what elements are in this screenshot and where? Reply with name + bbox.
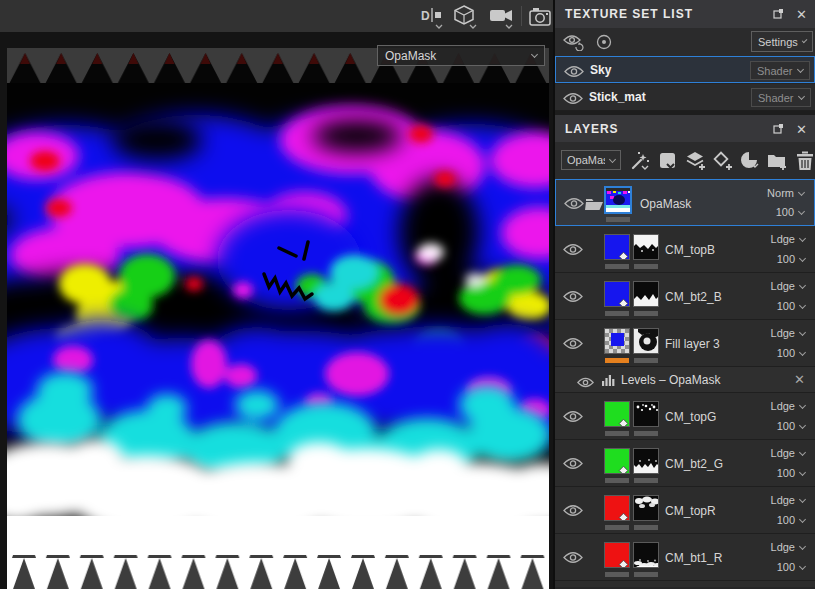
viewport-channel-dropdown[interactable]: OpaMask — [377, 45, 545, 66]
chevron-down-icon — [609, 156, 616, 163]
smart-material-wand-icon[interactable] — [629, 150, 651, 172]
effect-row-levels[interactable]: Levels – OpaMask ✕ — [555, 367, 815, 393]
open-folder-icon[interactable] — [585, 195, 605, 215]
mask-thumbnail[interactable] — [633, 281, 659, 307]
texture-set-row-sky[interactable]: Sky Shader — [555, 56, 815, 83]
blend-mode-dropdown[interactable]: Ldge — [771, 494, 805, 506]
mask-thumbnail[interactable] — [633, 495, 659, 521]
fill-color-thumbnail[interactable] — [604, 234, 630, 260]
toggle-all-visibility-icon[interactable] — [563, 34, 585, 55]
close-panel-icon[interactable]: ✕ — [796, 8, 807, 21]
opacity-dropdown[interactable]: 100 — [777, 514, 805, 526]
mask-thumbnail[interactable] — [633, 234, 659, 260]
blend-mode-dropdown[interactable]: Ldge — [771, 400, 805, 412]
layer-list: OpaMask Norm 100 CM_topB Ldge 100 — [555, 179, 815, 589]
opacity-dropdown[interactable]: 100 — [777, 467, 805, 479]
visibility-eye-icon[interactable] — [563, 289, 583, 307]
opacity-dropdown[interactable]: 100 — [777, 253, 805, 265]
chevron-down-icon — [799, 515, 806, 522]
visibility-eye-icon[interactable] — [563, 91, 583, 109]
right-panel: TEXTURE SET LIST ✕ — [555, 0, 815, 589]
camera-projection-icon[interactable] — [488, 4, 516, 30]
channel-strip — [605, 572, 629, 577]
viewport-2d[interactable]: OpaMask — [0, 32, 553, 589]
visibility-eye-icon[interactable] — [563, 503, 583, 521]
add-smart-mask-icon[interactable] — [739, 150, 761, 172]
blend-mode-dropdown[interactable]: Ldge — [771, 541, 805, 553]
opacity-dropdown[interactable]: 100 — [777, 420, 805, 432]
add-layer-icon[interactable] — [685, 150, 707, 172]
chevron-down-icon — [531, 51, 538, 58]
blend-mode-dropdown[interactable]: Norm — [767, 187, 804, 199]
delete-layer-trash-icon[interactable] — [795, 150, 815, 172]
chevron-down-icon — [799, 468, 806, 475]
channel-filter-dropdown[interactable]: OpaMask — [561, 150, 621, 170]
layer-row-cm-topb[interactable]: CM_topB Ldge 100 — [555, 226, 815, 273]
layer-row-fill-layer-3[interactable]: Fill layer 3 Ldge 100 — [555, 320, 815, 367]
opacity-dropdown[interactable]: 100 — [777, 300, 805, 312]
settings-button[interactable]: Settings — [751, 31, 813, 52]
mesh-display-icon[interactable] — [452, 4, 480, 30]
visibility-eye-icon[interactable] — [577, 374, 594, 392]
texture-canvas[interactable] — [7, 48, 549, 589]
blend-mode-dropdown[interactable]: Ldge — [771, 233, 805, 245]
fill-color-thumbnail[interactable] — [604, 401, 630, 427]
channel-strip — [605, 311, 629, 316]
visibility-eye-icon[interactable] — [563, 409, 583, 427]
layers-title: LAYERS — [565, 122, 619, 136]
solo-visibility-icon[interactable] — [595, 34, 613, 55]
shader-button[interactable]: Shader — [750, 61, 810, 80]
visibility-eye-icon[interactable] — [564, 64, 584, 82]
fill-color-thumbnail[interactable] — [604, 328, 630, 354]
chevron-down-icon — [799, 448, 806, 455]
float-panel-icon[interactable] — [773, 120, 784, 138]
float-panel-icon[interactable] — [773, 5, 784, 23]
visibility-eye-icon[interactable] — [563, 336, 583, 354]
fill-color-thumbnail[interactable] — [604, 448, 630, 474]
layers-header: LAYERS ✕ — [555, 115, 815, 143]
screenshot-icon[interactable] — [528, 4, 556, 30]
close-panel-icon[interactable]: ✕ — [796, 123, 807, 136]
blend-mode-dropdown[interactable]: Ldge — [771, 280, 805, 292]
group-thumbnail[interactable] — [604, 186, 632, 214]
layer-row-opamask[interactable]: OpaMask Norm 100 — [555, 179, 815, 226]
layer-name: CM_bt2_B — [665, 290, 722, 304]
channel-strip — [634, 264, 658, 269]
mask-thumbnail[interactable] — [633, 401, 659, 427]
visibility-eye-icon[interactable] — [563, 242, 583, 260]
visibility-eye-icon[interactable] — [563, 456, 583, 474]
texture-set-row-stick-mat[interactable]: Stick_mat Shader — [555, 84, 815, 111]
visibility-eye-icon[interactable] — [563, 550, 583, 568]
fill-color-thumbnail[interactable] — [604, 495, 630, 521]
blend-mode-dropdown[interactable]: Ldge — [771, 447, 805, 459]
blend-mode-dropdown[interactable]: Ldge — [771, 327, 805, 339]
add-fill-layer-icon[interactable] — [712, 150, 734, 172]
layer-row-cm-topr[interactable]: CM_topR Ldge 100 — [555, 487, 815, 534]
chevron-down-icon — [798, 207, 805, 214]
opacity-dropdown[interactable]: 100 — [777, 561, 805, 573]
mask-thumbnail[interactable] — [633, 328, 659, 354]
layer-row-cm-topg[interactable]: CM_topG Ldge 100 — [555, 393, 815, 440]
layer-row-cm-bt1-r[interactable]: CM_bt1_R Ldge 100 — [555, 534, 815, 581]
opacity-dropdown[interactable]: 100 — [776, 206, 804, 218]
viewport-toolbar: D — [0, 0, 553, 32]
fill-color-thumbnail[interactable] — [604, 281, 630, 307]
add-folder-icon[interactable] — [766, 150, 788, 172]
add-effect-icon[interactable] — [657, 150, 679, 172]
svg-text:D: D — [421, 9, 430, 23]
visibility-eye-icon[interactable] — [564, 196, 584, 214]
chevron-down-icon — [799, 301, 806, 308]
fill-color-thumbnail[interactable] — [604, 542, 630, 568]
chevron-down-icon — [799, 562, 806, 569]
view-layout-icon[interactable]: D — [418, 4, 446, 30]
shader-button[interactable]: Shader — [751, 88, 811, 107]
mask-thumbnail[interactable] — [633, 448, 659, 474]
remove-effect-icon[interactable]: ✕ — [794, 373, 805, 386]
chevron-down-icon — [799, 401, 806, 408]
layer-row-cm-bt2-g[interactable]: CM_bt2_G Ldge 100 — [555, 440, 815, 487]
mask-thumbnail[interactable] — [633, 542, 659, 568]
opacity-dropdown[interactable]: 100 — [777, 347, 805, 359]
next-row-sliver — [555, 581, 815, 587]
layer-row-cm-bt2-b[interactable]: CM_bt2_B Ldge 100 — [555, 273, 815, 320]
chevron-down-icon — [799, 421, 806, 428]
